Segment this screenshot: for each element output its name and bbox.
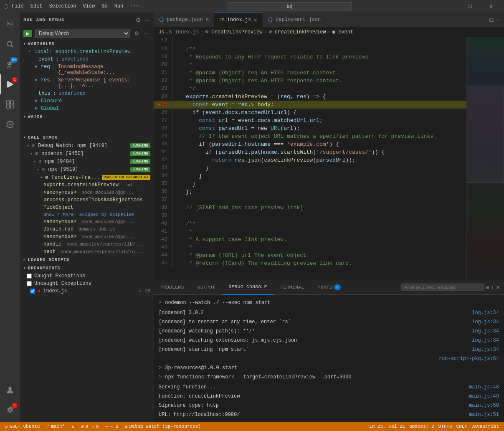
console-link-url[interactable]: main.js:51 <box>469 411 499 419</box>
status-line-ending[interactable]: CRLF <box>455 422 469 431</box>
console-link-blank[interactable]: run-script-pkg.js:64 <box>439 355 499 363</box>
console-link-restart[interactable]: log.js:34 <box>472 318 499 326</box>
frame-anonymous-2[interactable]: <anonymous> node_modules/@go... <box>20 233 154 241</box>
var-this[interactable]: this : undefined <box>23 90 154 97</box>
status-sync[interactable]: ↻ <box>70 422 76 431</box>
status-branch[interactable]: ⑂ main* <box>45 422 66 431</box>
more-actions-button[interactable]: ··· <box>496 16 501 23</box>
menu-file[interactable]: File <box>12 3 24 9</box>
minimize-button[interactable]: — <box>440 0 459 13</box>
panel-tab-problems[interactable]: PROBLEMS <box>154 280 191 295</box>
frame-processTicksAndRejections[interactable]: process.processTicksAndRejections <box>20 196 154 204</box>
console-link-watching-ext[interactable]: log.js:34 <box>472 336 499 345</box>
maximize-button[interactable]: □ <box>461 0 480 13</box>
status-debug-label[interactable]: ⚙ Debug Watch (3p-resources) <box>123 422 203 431</box>
status-position[interactable]: Ln 25, Col 21 <box>367 422 407 431</box>
breadcrumb-file[interactable]: JS index.js <box>166 29 199 35</box>
panel-tab-output[interactable]: OUTPUT <box>191 280 222 295</box>
edit-breakpoint-button[interactable]: ✎ <box>139 289 142 294</box>
frame-tickobject[interactable]: TickObject <box>20 204 154 211</box>
var-res[interactable]: ▶ res : ServerResponse {_events: {...}, … <box>23 76 154 90</box>
call-stack-section-header[interactable]: ▾ CALL STACK <box>20 133 154 142</box>
command-search[interactable] <box>227 2 352 10</box>
tab-index-js[interactable]: JS index.js ✕ <box>214 13 263 27</box>
status-remote[interactable]: → → 2 <box>104 422 119 431</box>
breadcrumb-js[interactable]: JS <box>159 30 164 35</box>
indexjs-breakpoint-checkbox[interactable] <box>30 289 35 294</box>
tab-index-js-close[interactable]: ✕ <box>253 16 257 23</box>
status-spaces[interactable]: Spaces: 2 <box>408 422 436 431</box>
minimap-viewport[interactable] <box>467 86 504 183</box>
breakpoints-section-header[interactable]: ▾ BREAKPOINTS <box>20 264 154 272</box>
callstack-npx[interactable]: ▾ ⚙ npx [9519] RUNNING <box>20 165 154 173</box>
indexjs-breakpoint-item[interactable]: ● index.js ✎ 25 <box>20 287 154 295</box>
watch-section-header[interactable]: ▾ WATCH <box>20 112 154 121</box>
debug-config-select[interactable]: Debug Watch <box>35 29 130 38</box>
panel-close-button[interactable]: ✕ <box>496 284 501 291</box>
var-req[interactable]: ▶ req : IncomingMessage {_readableState:… <box>23 63 154 76</box>
local-scope-item[interactable]: ▾ Local: exports.createLinkPreview <box>20 48 154 56</box>
activity-explorer[interactable]: ⎘ <box>0 14 20 34</box>
callstack-functions-fra[interactable]: ▾ ⚙ functions-fra... PAUSED ON BREAKPOIN… <box>20 173 154 181</box>
debug-more-options-button[interactable]: ··· <box>144 29 150 38</box>
frame-exports-createLinkPreview[interactable]: exports.createLinkPreview ind... <box>20 181 154 189</box>
frame-next[interactable]: next node_modules/express/lib/ro... <box>20 248 154 256</box>
loaded-scripts-section-header[interactable]: ▶ LOADED SCRIPTS <box>20 256 154 264</box>
menu-edit[interactable]: Edit <box>30 3 43 9</box>
menu-run[interactable]: Run <box>114 3 124 9</box>
variables-section-header[interactable]: ▾ VARIABLES <box>20 40 154 48</box>
tab-deployment-json[interactable]: {} deployment.json <box>263 13 326 27</box>
debug-more-button[interactable]: ··· <box>144 16 150 24</box>
menu-more[interactable]: ··· <box>130 3 139 9</box>
console-link-function[interactable]: main.js:49 <box>469 392 499 401</box>
panel-word-wrap-button[interactable]: ≡ <box>486 284 489 291</box>
panel-tab-debug-console[interactable]: DEBUG CONSOLE <box>222 280 274 295</box>
status-language[interactable]: JavaScript <box>470 422 501 431</box>
panel-tab-ports[interactable]: PORTS 2 <box>311 280 347 295</box>
split-editor-button[interactable]: ⊟ <box>489 16 494 23</box>
menu-view[interactable]: View <box>83 3 95 9</box>
panel-filter-input[interactable] <box>401 284 484 291</box>
breadcrumb-create-link-preview-2[interactable]: ⊙ createLinkPreview <box>269 29 326 35</box>
activity-settings[interactable]: 1 <box>0 400 20 420</box>
callstack-npm[interactable]: ▾ ⚙ npm [9484] RUNNING <box>20 157 154 165</box>
callstack-nodemon[interactable]: ▾ ⚙ nodemon [9450] RUNNING <box>20 150 154 157</box>
status-wsl[interactable]: ⊃ WSL: Ubuntu <box>3 422 41 431</box>
caught-exceptions-checkbox[interactable] <box>27 274 32 279</box>
code-editor[interactable]: 17 18 /** 19 * Responds to any HTTP requ… <box>154 37 466 280</box>
caught-exceptions-item[interactable]: Caught Exceptions <box>20 272 154 280</box>
frame-handle[interactable]: handle node_modules/express/lib/... <box>20 241 154 248</box>
menu-selection[interactable]: Selection <box>49 3 76 9</box>
frame-domain-run[interactable]: Domain.run domain 388:15 <box>20 226 154 233</box>
activity-accounts[interactable] <box>0 380 20 400</box>
panel-scroll-lock-button[interactable]: ↑ <box>491 284 494 291</box>
console-link-watching-path[interactable]: log.js:34 <box>472 327 499 335</box>
activity-search[interactable] <box>0 34 20 54</box>
uncaught-exceptions-checkbox[interactable] <box>27 281 32 286</box>
var-event[interactable]: event : undefined <box>23 56 154 63</box>
menu-go[interactable]: Go <box>101 3 107 9</box>
status-errors[interactable]: ⊗ 0 ⚠ 0 <box>79 422 100 431</box>
frame-anonymous-0[interactable]: <anonymous> node_modules/@go... <box>20 189 154 196</box>
debug-settings-button[interactable]: ⚙ <box>135 16 142 24</box>
activity-extensions[interactable] <box>0 94 20 114</box>
activity-run-debug[interactable]: 1 <box>0 74 20 94</box>
breadcrumb-create-link-preview-1[interactable]: ⊙ createLinkPreview <box>205 29 263 35</box>
callstack-debug-watch[interactable]: ▾ ⚙ Debug Watch: npm [9419] RUNNING <box>20 142 154 150</box>
frame-anonymous-1[interactable]: <anonymous> node_modules/@go... <box>20 218 154 226</box>
uncaught-exceptions-item[interactable]: Uncaught Exceptions <box>20 280 154 287</box>
breadcrumb-event[interactable]: ◉ event <box>332 29 353 35</box>
var-global[interactable]: ▶ Global <box>23 105 154 112</box>
skip-files-link[interactable]: Show 4 More: Skipped by skipFiles <box>20 211 154 218</box>
activity-remote[interactable] <box>0 114 20 134</box>
panel-tab-terminal[interactable]: TERMINAL <box>274 280 311 295</box>
console-link-nodemon-version[interactable]: log.js:34 <box>472 309 499 317</box>
tab-package-json[interactable]: {} package.json M <box>154 13 214 27</box>
console-link-signature[interactable]: main.js:50 <box>469 401 499 410</box>
start-debug-button[interactable]: ▶ <box>23 30 32 37</box>
close-button[interactable]: ✕ <box>481 0 501 13</box>
activity-source-control[interactable]: 1k+ <box>0 54 20 74</box>
debug-add-config-button[interactable]: ⚙ <box>133 29 140 38</box>
var-closure[interactable]: ▶ Closure <box>23 97 154 105</box>
console-link-starting[interactable]: log.js:34 <box>472 345 499 354</box>
